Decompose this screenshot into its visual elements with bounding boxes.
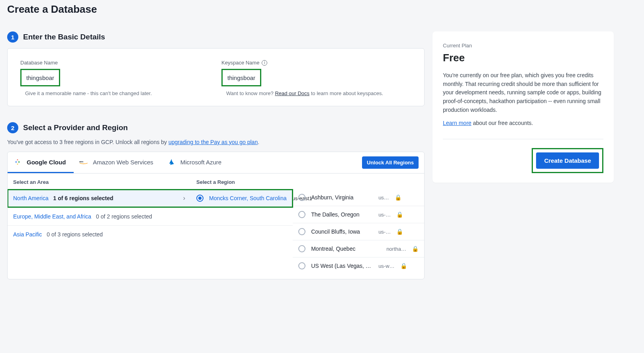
gcp-icon [13, 158, 22, 166]
region-item[interactable]: US West (Las Vegas, … us-w… 🔒 [293, 257, 424, 274]
db-name-help: Give it a memorable name - this can't be… [20, 90, 210, 96]
upgrade-plan-link[interactable]: upgrading to the Pay as you go plan [168, 139, 258, 145]
plan-label: Current Plan [443, 43, 603, 49]
aws-icon: aws [79, 158, 88, 166]
tab-aws[interactable]: aws Amazon Web Services [74, 152, 161, 173]
lock-icon: 🔒 [396, 228, 403, 235]
lock-icon: 🔒 [412, 246, 419, 252]
keyspace-label: Keyspace Name i [221, 60, 411, 66]
step1-header: 1 Enter the Basic Details [7, 31, 425, 43]
keyspace-name-input[interactable] [221, 69, 261, 86]
chevron-right-icon: › [180, 195, 185, 202]
basic-details-card: Database Name Give it a memorable name -… [7, 48, 425, 106]
plan-name: Free [443, 52, 603, 64]
learn-more-link[interactable]: Learn more [443, 120, 472, 126]
divider [443, 139, 603, 139]
plan-desc: You're currently on our free plan, which… [443, 71, 603, 114]
area-item-emea[interactable]: Europe, Middle East, and Africa 0 of 2 r… [8, 208, 293, 226]
lock-icon: 🔒 [400, 263, 407, 269]
azure-icon [167, 158, 176, 166]
read-docs-link[interactable]: Read our Docs [275, 90, 309, 96]
svg-point-0 [17, 161, 18, 163]
tab-gcp[interactable]: Google Cloud [8, 152, 74, 173]
region-item[interactable]: Moncks Corner, South Carolina us-east1 [191, 189, 293, 208]
db-name-label: Database Name [20, 60, 210, 66]
step2-title: Select a Provider and Region [23, 123, 128, 132]
page-title: Create a Database [7, 3, 637, 16]
create-db-highlight: Create Database [532, 148, 603, 173]
plan-card: Current Plan Free You're currently on ou… [433, 31, 614, 183]
step1-title: Enter the Basic Details [23, 33, 105, 41]
radio-icon[interactable] [298, 245, 305, 252]
region-item[interactable]: Council Bluffs, Iowa us-… 🔒 [293, 223, 424, 240]
area-item-north-america[interactable]: North America 1 of 6 regions selected › [8, 189, 191, 208]
col-area-header: Select an Area [13, 179, 196, 185]
step1-badge: 1 [7, 31, 18, 43]
radio-icon[interactable] [298, 228, 305, 235]
region-item[interactable]: The Dalles, Oregon us-… 🔒 [293, 206, 424, 223]
step2-badge: 2 [7, 122, 18, 133]
radio-checked-icon[interactable] [196, 195, 204, 202]
region-item[interactable]: Montreal, Quebec northa… 🔒 [293, 240, 424, 257]
lock-icon: 🔒 [396, 211, 403, 218]
unlock-regions-button[interactable]: Unlock All Regions [362, 156, 419, 169]
area-item-apac[interactable]: Asia Pacific 0 of 3 regions selected [8, 226, 293, 243]
step2-header: 2 Select a Provider and Region [7, 122, 425, 133]
info-icon[interactable]: i [262, 60, 267, 66]
svg-text:aws: aws [79, 160, 83, 163]
keyspace-help: Want to know more? Read our Docs to lear… [221, 90, 411, 96]
lock-icon: 🔒 [395, 194, 401, 201]
providers-card: Google Cloud aws Amazon Web Services [7, 152, 425, 279]
col-region-header: Select a Region [196, 179, 419, 185]
create-database-button[interactable]: Create Database [536, 152, 599, 169]
radio-icon[interactable] [298, 262, 305, 269]
plan-learn: Learn more about our free accounts. [443, 120, 603, 126]
database-name-input[interactable] [20, 69, 60, 86]
tab-azure[interactable]: Microsoft Azure [161, 152, 229, 173]
step2-desc: You've got access to 3 free regions in G… [7, 139, 425, 145]
radio-icon[interactable] [298, 211, 305, 218]
